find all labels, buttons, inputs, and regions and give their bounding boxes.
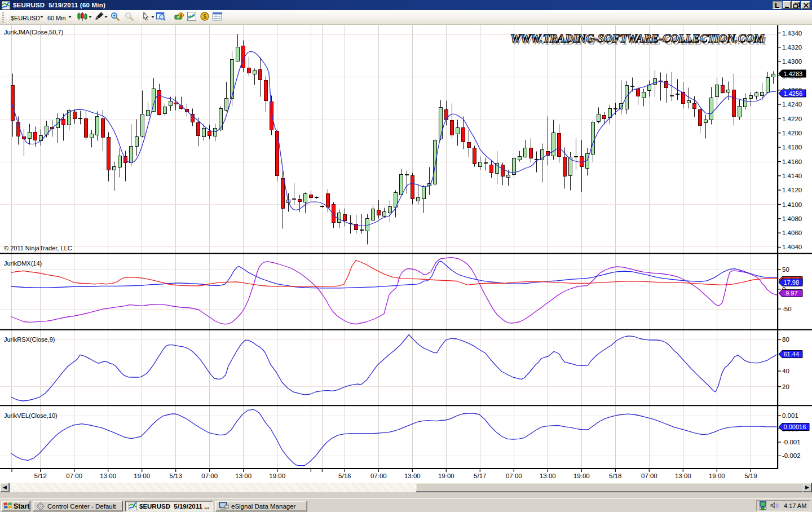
svg-text:1.4140: 1.4140 bbox=[782, 173, 802, 179]
svg-text:1.4120: 1.4120 bbox=[782, 187, 802, 193]
svg-text:61.44: 61.44 bbox=[784, 351, 800, 357]
svg-text:0.001: 0.001 bbox=[782, 412, 798, 419]
svg-text:07:00: 07:00 bbox=[370, 473, 387, 479]
svg-text:1.4300: 1.4300 bbox=[782, 58, 802, 65]
svg-text:19:00: 19:00 bbox=[438, 473, 454, 479]
svg-text:13:00: 13:00 bbox=[235, 473, 251, 479]
svg-text:50: 50 bbox=[782, 266, 789, 273]
svg-text:1.4283: 1.4283 bbox=[784, 70, 803, 77]
svg-text:40: 40 bbox=[782, 368, 789, 374]
svg-text:0.00016: 0.00016 bbox=[784, 423, 806, 430]
svg-text:-9.97: -9.97 bbox=[784, 290, 798, 297]
svg-text:13:00: 13:00 bbox=[675, 473, 691, 479]
svg-text:07:00: 07:00 bbox=[641, 473, 657, 479]
svg-text:1.4320: 1.4320 bbox=[782, 44, 802, 51]
svg-text:19:00: 19:00 bbox=[573, 473, 590, 479]
svg-text:$: $ bbox=[180, 14, 182, 18]
svg-text:-0.001: -0.001 bbox=[782, 439, 801, 445]
svg-text:5/13: 5/13 bbox=[170, 473, 182, 479]
svg-text:JurikVEL(Close,10): JurikVEL(Close,10) bbox=[4, 412, 58, 419]
svg-text:07:00: 07:00 bbox=[506, 473, 522, 479]
svg-text:20: 20 bbox=[782, 383, 789, 390]
svg-text:17.98: 17.98 bbox=[784, 279, 800, 286]
svg-text:-50: -50 bbox=[782, 306, 792, 312]
svg-text:JurikRSX(Close,9): JurikRSX(Close,9) bbox=[4, 336, 55, 343]
svg-text:07:00: 07:00 bbox=[66, 473, 82, 479]
svg-text:1.4220: 1.4220 bbox=[782, 116, 802, 122]
svg-text:13:00: 13:00 bbox=[100, 473, 116, 479]
svg-text:1.4060: 1.4060 bbox=[782, 229, 802, 236]
svg-text:80: 80 bbox=[782, 336, 789, 343]
svg-text:19:00: 19:00 bbox=[269, 473, 285, 479]
svg-text:5/19: 5/19 bbox=[744, 473, 757, 479]
svg-text:© 2011 NinjaTrader, LLC: © 2011 NinjaTrader, LLC bbox=[4, 245, 72, 251]
svg-text:13:00: 13:00 bbox=[404, 473, 421, 479]
svg-text:5/18: 5/18 bbox=[609, 473, 621, 479]
svg-text:13:00: 13:00 bbox=[540, 473, 556, 479]
svg-text:5/12: 5/12 bbox=[34, 473, 47, 479]
svg-text:1.4040: 1.4040 bbox=[782, 244, 802, 250]
svg-text:5/16: 5/16 bbox=[338, 473, 351, 479]
svg-text:19:00: 19:00 bbox=[709, 473, 725, 479]
svg-text:1.4080: 1.4080 bbox=[782, 215, 802, 222]
svg-text:1.4100: 1.4100 bbox=[782, 201, 802, 208]
svg-text:1.4340: 1.4340 bbox=[782, 30, 802, 37]
svg-text:1.4200: 1.4200 bbox=[782, 130, 802, 136]
svg-text:JurikJMA(Close,50,7): JurikJMA(Close,50,7) bbox=[4, 29, 63, 36]
svg-text:19:00: 19:00 bbox=[134, 473, 150, 479]
svg-text:5/17: 5/17 bbox=[474, 473, 486, 479]
svg-text:1.4160: 1.4160 bbox=[782, 158, 802, 165]
svg-text:$: $ bbox=[203, 13, 206, 20]
svg-text:WWW.TRADING-SOFTWARE-COLLECTIO: WWW.TRADING-SOFTWARE-COLLECTION.COM bbox=[510, 32, 765, 45]
svg-text:1.4180: 1.4180 bbox=[782, 144, 802, 151]
svg-text:1.4256: 1.4256 bbox=[784, 90, 803, 97]
svg-text:JurikDMX(14): JurikDMX(14) bbox=[4, 260, 42, 267]
svg-text:1.4240: 1.4240 bbox=[782, 101, 802, 108]
svg-text:-0.002: -0.002 bbox=[782, 452, 801, 459]
svg-text:07:00: 07:00 bbox=[201, 473, 218, 479]
